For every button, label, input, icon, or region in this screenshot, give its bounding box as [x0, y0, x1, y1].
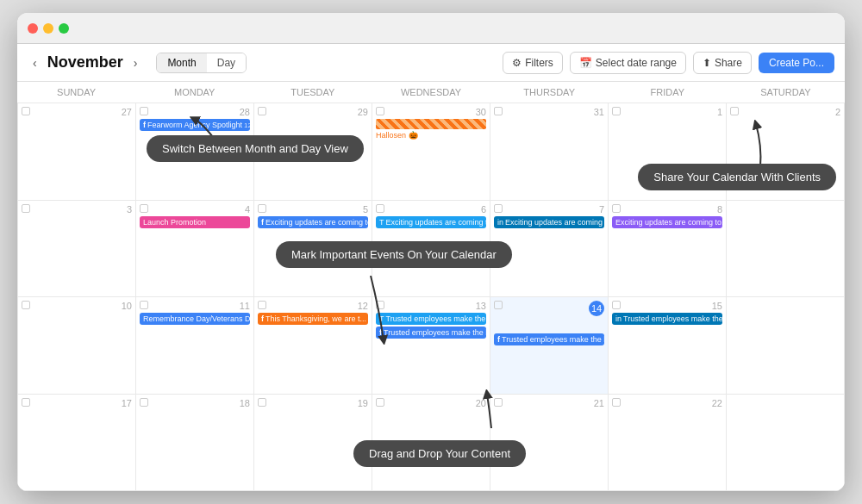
- arrow-mark-events: [349, 276, 392, 345]
- calendar-cell[interactable]: [727, 297, 845, 394]
- cell-checkbox[interactable]: [376, 107, 384, 115]
- calendar-cell[interactable]: 27: [18, 103, 136, 200]
- cell-checkbox[interactable]: [494, 204, 503, 213]
- month-label: November: [47, 53, 123, 72]
- event-bar[interactable]: in Trusted employees make the be... 3:30…: [612, 313, 722, 325]
- app-window: ‹ November › Month Day ⚙ Filters 📅 Selec…: [17, 13, 845, 491]
- cell-checkbox[interactable]: [376, 398, 384, 407]
- date-range-button[interactable]: 📅 Select date range: [570, 52, 686, 74]
- calendar-cell[interactable]: 17: [18, 395, 136, 491]
- calendar-cell[interactable]: 29: [254, 103, 372, 200]
- event-hatched[interactable]: [376, 119, 486, 129]
- calendar-grid: 27 28 f Fearworm Agency Spotlight 12:00P…: [17, 103, 845, 491]
- cell-checkbox[interactable]: [140, 107, 148, 115]
- day-header-sat: Saturday: [727, 82, 845, 103]
- cell-checkbox[interactable]: [258, 301, 266, 309]
- toolbar: ‹ November › Month Day ⚙ Filters 📅 Selec…: [17, 44, 845, 82]
- calendar-cell[interactable]: 3: [18, 201, 136, 297]
- calendar-cell[interactable]: 8 Exciting updates are coming to... 3:13…: [609, 201, 727, 297]
- cell-checkbox[interactable]: [140, 204, 148, 213]
- cell-checkbox[interactable]: [258, 107, 266, 115]
- arrow-share: [743, 120, 778, 171]
- calendar-area: Sunday Monday Tuesday Wednesday Thursday…: [17, 82, 845, 491]
- fb-icon: f: [143, 121, 146, 129]
- calendar-cell[interactable]: 1: [609, 103, 727, 200]
- calendar-cell[interactable]: 31: [490, 103, 609, 200]
- calendar-cell[interactable]: [727, 395, 845, 491]
- filter-icon: ⚙: [512, 57, 522, 69]
- cell-checkbox[interactable]: [22, 204, 30, 213]
- cell-checkbox[interactable]: [612, 107, 621, 115]
- cell-checkbox[interactable]: [612, 204, 621, 213]
- month-nav: ‹ November › Month Day: [28, 53, 494, 73]
- cell-checkbox[interactable]: [258, 398, 266, 407]
- create-post-button[interactable]: Create Po...: [759, 53, 834, 73]
- calendar-icon: 📅: [579, 57, 592, 69]
- event-bar[interactable]: in Exciting updates are coming to... 3:1…: [494, 216, 604, 228]
- cell-checkbox[interactable]: [140, 301, 148, 309]
- event-bar[interactable]: f Trusted employees make the be... 3:30P: [494, 333, 604, 345]
- calendar-cell[interactable]: 22: [609, 395, 727, 491]
- linkedin-icon: in: [497, 218, 503, 227]
- arrow-switch-view: [185, 115, 228, 145]
- week-row-3: 10 11 Remembrance Day/Veterans D... 12 f…: [18, 297, 845, 395]
- cell-checkbox[interactable]: [612, 398, 621, 407]
- next-month-button[interactable]: ›: [128, 54, 143, 72]
- calendar-cell[interactable]: 14 f Trusted employees make the be... 3:…: [490, 297, 609, 394]
- arrow-drag-drop: [474, 389, 509, 432]
- calendar-cell[interactable]: 10: [18, 297, 136, 394]
- day-view-button[interactable]: Day: [207, 53, 246, 72]
- event-bar[interactable]: Exciting updates are coming to... 3:13P: [612, 216, 722, 228]
- cell-checkbox[interactable]: [22, 398, 30, 407]
- view-toggle: Month Day: [156, 53, 247, 73]
- day-header-wed: Wednesday: [372, 82, 490, 103]
- calendar-cell[interactable]: 20: [372, 395, 490, 491]
- calendar-cell[interactable]: [727, 201, 845, 297]
- day-header-mon: Monday: [135, 82, 253, 103]
- close-button[interactable]: [28, 23, 38, 34]
- cell-checkbox[interactable]: [494, 107, 503, 115]
- maximize-button[interactable]: [59, 23, 69, 34]
- calendar-cell[interactable]: 11 Remembrance Day/Veterans D...: [136, 297, 254, 394]
- event-bar[interactable]: f Trusted employees make the be... 3:30P: [376, 327, 486, 339]
- month-view-button[interactable]: Month: [157, 53, 206, 72]
- event-bar[interactable]: Launch Promotion: [140, 216, 250, 228]
- cell-checkbox[interactable]: [258, 204, 266, 213]
- cell-checkbox[interactable]: [612, 301, 621, 309]
- toolbar-right: ⚙ Filters 📅 Select date range ⬆ Share Cr…: [503, 52, 834, 74]
- event-bar[interactable]: T Exciting updates are coming to... 3:13…: [376, 216, 486, 228]
- calendar-cell[interactable]: 19: [254, 395, 372, 491]
- event-bar[interactable]: Remembrance Day/Veterans D...: [140, 313, 250, 325]
- calendar-cell[interactable]: 18: [136, 395, 254, 491]
- week-row-1: 27 28 f Fearworm Agency Spotlight 12:00P…: [18, 103, 845, 201]
- event-bar[interactable]: f Exciting updates are coming to... 3:13…: [258, 216, 368, 228]
- week-row-2: 3 4 Launch Promotion 5 f Exciting update…: [18, 201, 845, 298]
- prev-month-button[interactable]: ‹: [28, 54, 42, 72]
- share-icon: ⬆: [703, 57, 711, 69]
- fb-icon: f: [497, 335, 500, 344]
- fb-icon: f: [261, 218, 264, 227]
- day-header-sun: Sunday: [17, 82, 135, 103]
- fb-icon: f: [261, 314, 264, 323]
- traffic-lights: [28, 23, 69, 34]
- twitter-icon: T: [379, 218, 384, 227]
- titlebar: [17, 13, 845, 44]
- day-header-thu: Thursday: [490, 82, 609, 103]
- cell-checkbox[interactable]: [730, 107, 739, 115]
- cell-checkbox[interactable]: [376, 204, 384, 213]
- cell-checkbox[interactable]: [494, 301, 503, 309]
- day-headers: Sunday Monday Tuesday Wednesday Thursday…: [17, 82, 845, 103]
- minimize-button[interactable]: [43, 23, 53, 34]
- cell-checkbox[interactable]: [22, 107, 30, 115]
- week-row-4: 17 18 19 20 21: [18, 395, 845, 492]
- cell-checkbox[interactable]: [22, 301, 30, 309]
- calendar-cell[interactable]: 7 in Exciting updates are coming to... 3…: [490, 201, 609, 297]
- calendar-cell[interactable]: 4 Launch Promotion: [136, 201, 254, 297]
- day-header-tue: Tuesday: [253, 82, 372, 103]
- cell-checkbox[interactable]: [140, 398, 148, 407]
- event-bar[interactable]: T Trusted employees make the be... 3:00P: [376, 313, 486, 325]
- share-button[interactable]: ⬆ Share: [693, 52, 752, 74]
- calendar-cell[interactable]: 30 Hallosen 🎃: [372, 103, 490, 200]
- filters-button[interactable]: ⚙ Filters: [503, 52, 563, 74]
- calendar-cell[interactable]: 15 in Trusted employees make the be... 3…: [609, 297, 727, 394]
